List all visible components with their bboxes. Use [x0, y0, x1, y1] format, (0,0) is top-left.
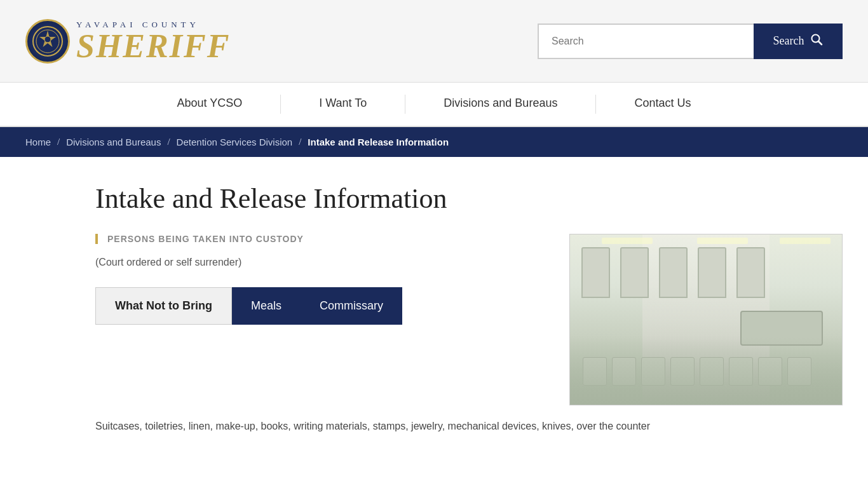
nav-item-divisions[interactable]: Divisions and Bureaus — [405, 83, 595, 126]
logo-area: YAVAPAI COUNTY SHERIFF — [25, 19, 230, 64]
section-subtitle: PERSONS BEING TAKEN INTO CUSTODY — [95, 234, 544, 244]
body-text: Suitcases, toiletries, linen, make-up, b… — [95, 418, 843, 435]
sheriff-badge — [25, 19, 70, 64]
facility-doors-row — [570, 247, 842, 298]
chair-6 — [729, 357, 753, 386]
breadcrumb-sep-2: / — [167, 137, 170, 147]
door-1 — [581, 247, 610, 298]
search-area: Search — [538, 24, 843, 59]
reception-counter — [740, 311, 823, 346]
site-header: YAVAPAI COUNTY SHERIFF Search — [0, 0, 868, 83]
breadcrumb-current: Intake and Release Information — [308, 137, 449, 147]
tab-meals[interactable]: Meals — [232, 287, 301, 325]
svg-line-5 — [818, 41, 822, 44]
chair-8 — [787, 357, 811, 386]
breadcrumb-sep-3: / — [299, 137, 301, 147]
logo-sheriff-text: SHERIFF — [76, 30, 230, 63]
chairs-row — [583, 357, 829, 386]
chair-7 — [758, 357, 782, 386]
breadcrumb-detention[interactable]: Detention Services Division — [177, 137, 293, 147]
tab-commissary[interactable]: Commissary — [301, 287, 402, 325]
breadcrumb-divisions[interactable]: Divisions and Bureaus — [66, 137, 161, 147]
logo-text-wrapper: YAVAPAI COUNTY SHERIFF — [76, 20, 230, 63]
door-4 — [698, 247, 726, 298]
chair-1 — [583, 357, 607, 386]
door-2 — [620, 247, 649, 298]
nav-item-contact[interactable]: Contact Us — [596, 83, 729, 126]
svg-point-3 — [44, 36, 51, 43]
tab-what-not-to-bring[interactable]: What Not to Bring — [95, 287, 232, 325]
ceiling-light-3 — [780, 238, 831, 244]
breadcrumb-home[interactable]: Home — [25, 137, 51, 147]
nav-item-about[interactable]: About YCSO — [139, 83, 281, 126]
page-title: Intake and Release Information — [95, 182, 843, 215]
breadcrumb: Home / Divisions and Bureaus / Detention… — [0, 127, 868, 157]
chair-5 — [700, 357, 724, 386]
chair-3 — [641, 357, 665, 386]
facility-image — [569, 234, 843, 405]
search-icon — [810, 33, 823, 49]
search-button[interactable]: Search — [754, 24, 843, 59]
search-button-label: Search — [773, 34, 804, 48]
breadcrumb-sep-1: / — [57, 137, 60, 147]
content-left: PERSONS BEING TAKEN INTO CUSTODY (Court … — [95, 234, 544, 344]
search-input[interactable] — [538, 24, 754, 59]
ceiling-light-1 — [602, 238, 653, 244]
tabs-row: What Not to Bring Meals Commissary — [95, 287, 544, 325]
content-area: PERSONS BEING TAKEN INTO CUSTODY (Court … — [95, 234, 843, 405]
main-nav: About YCSO I Want To Divisions and Burea… — [0, 83, 868, 127]
ceiling-light-2 — [697, 238, 748, 244]
court-text: (Court ordered or self surrender) — [95, 257, 544, 268]
nav-item-want-to[interactable]: I Want To — [281, 83, 405, 126]
chair-2 — [612, 357, 636, 386]
door-3 — [659, 247, 688, 298]
door-5 — [736, 247, 765, 298]
main-content: Intake and Release Information PERSONS B… — [0, 157, 868, 460]
chair-4 — [670, 357, 695, 386]
